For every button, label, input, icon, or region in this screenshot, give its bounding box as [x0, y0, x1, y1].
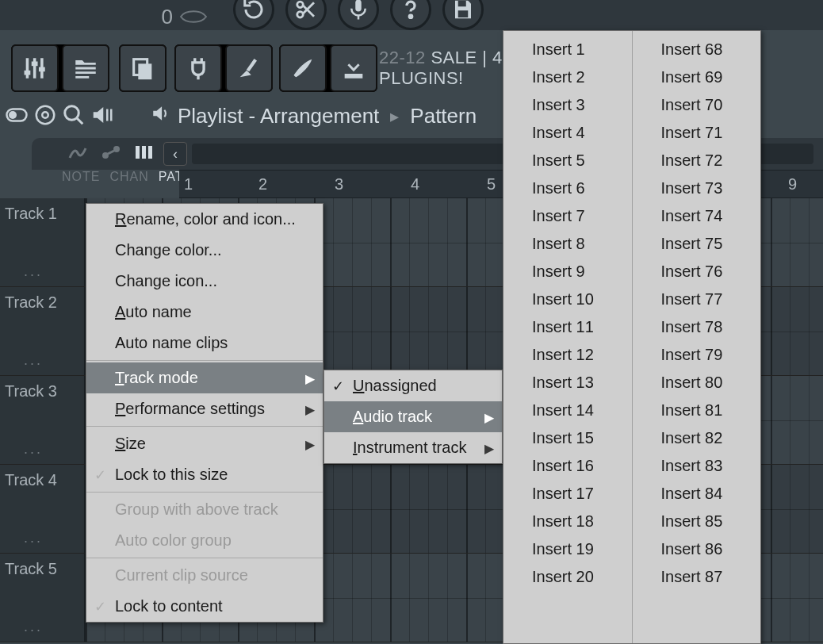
insert-item[interactable]: Insert 17: [503, 480, 632, 508]
browser-button[interactable]: [62, 44, 109, 92]
menu-current-clip: Current clip source: [86, 560, 323, 591]
menu-auto-name[interactable]: Auto name: [86, 297, 323, 328]
insert-item[interactable]: Insert 7: [503, 202, 632, 230]
insert-item[interactable]: Insert 84: [633, 480, 761, 508]
track-header-1[interactable]: Track 1...: [0, 198, 86, 286]
insert-item[interactable]: Insert 76: [633, 258, 761, 286]
zoom-icon[interactable]: [62, 103, 86, 130]
mic-button[interactable]: [338, 0, 379, 30]
menu-change-color[interactable]: Change color...: [86, 235, 323, 266]
submenu-instrument-track[interactable]: Instrument track▶: [324, 432, 502, 463]
mixer-button[interactable]: [11, 44, 59, 92]
submenu-audio-track[interactable]: Audio track▶: [324, 401, 502, 432]
menu-auto-name-clips[interactable]: Auto name clips: [86, 328, 323, 358]
insert-item[interactable]: Insert 71: [633, 119, 761, 147]
plugin-button[interactable]: [174, 44, 222, 92]
track-sub: ...: [24, 530, 43, 546]
svg-rect-30: [142, 146, 146, 159]
scissors-button[interactable]: [285, 0, 327, 30]
mode-chan-label[interactable]: CHAN: [109, 170, 148, 184]
svg-rect-7: [458, 1, 466, 7]
menu-group: Group with above track: [86, 494, 323, 525]
insert-item[interactable]: Insert 68: [633, 36, 761, 63]
mode-note-label[interactable]: NOTE: [62, 170, 100, 184]
insert-item[interactable]: Insert 13: [503, 369, 632, 397]
menu-rename[interactable]: Rename, color and icon...: [86, 204, 323, 235]
menu-auto-color-group: Auto color group: [86, 525, 323, 556]
insert-item[interactable]: Insert 77: [633, 286, 761, 313]
insert-item[interactable]: Insert 14: [503, 397, 632, 424]
insert-item[interactable]: Insert 69: [633, 63, 761, 91]
insert-item[interactable]: Insert 9: [503, 258, 632, 286]
speaker-icon[interactable]: [151, 103, 171, 129]
insert-item[interactable]: Insert 79: [633, 341, 761, 369]
promo-date: 22-12: [379, 48, 426, 67]
insert-item[interactable]: Insert 5: [503, 147, 632, 174]
insert-item[interactable]: Insert 70: [633, 91, 761, 119]
insert-item[interactable]: Insert 82: [633, 424, 761, 452]
menu-lock-size[interactable]: ✓Lock to this size: [86, 459, 323, 490]
copy-button[interactable]: [119, 44, 167, 92]
pat-mode-icon[interactable]: [133, 144, 155, 164]
insert-item[interactable]: Insert 10: [503, 286, 632, 313]
insert-item[interactable]: Insert 85: [633, 508, 761, 535]
chevron-right-icon: ▶: [305, 436, 315, 451]
insert-item[interactable]: Insert 83: [633, 452, 761, 480]
track-sub: ...: [24, 352, 43, 369]
insert-item[interactable]: Insert 86: [633, 535, 761, 563]
insert-item[interactable]: Insert 6: [503, 174, 632, 202]
chevron-right-icon: ▶: [484, 440, 494, 455]
track-header-2[interactable]: Track 2...: [0, 287, 86, 375]
lamp-button[interactable]: [225, 44, 273, 92]
insert-item[interactable]: Insert 12: [503, 341, 632, 369]
note-mode-icon[interactable]: [67, 144, 89, 164]
check-icon: ✓: [94, 598, 106, 615]
menu-track-mode[interactable]: Track mode▶: [86, 362, 323, 393]
insert-item[interactable]: Insert 2: [503, 63, 632, 91]
promo-banner[interactable]: 22-12 SALE | 40 PLUGINS!: [379, 44, 513, 92]
insert-item[interactable]: Insert 80: [633, 369, 761, 397]
insert-item[interactable]: Insert 87: [633, 563, 761, 591]
back-button[interactable]: ‹: [163, 142, 187, 166]
insert-item[interactable]: Insert 15: [503, 424, 632, 452]
insert-item[interactable]: Insert 78: [633, 313, 761, 341]
submenu-unassigned[interactable]: ✓Unassigned: [324, 370, 502, 401]
sound-icon[interactable]: [90, 103, 114, 130]
insert-item[interactable]: Insert 3: [503, 91, 632, 119]
insert-item[interactable]: Insert 4: [503, 119, 632, 147]
menu-lock-content[interactable]: ✓Lock to content: [86, 591, 323, 622]
save-button[interactable]: [442, 0, 484, 30]
menu-size[interactable]: Size▶: [86, 428, 323, 459]
insert-item[interactable]: Insert 18: [503, 508, 632, 535]
menu-change-icon[interactable]: Change icon...: [86, 266, 323, 297]
playlist-crumb[interactable]: Pattern: [410, 104, 477, 128]
track-header-5[interactable]: Track 5...: [0, 554, 86, 642]
track-header-4[interactable]: Track 4...: [0, 465, 86, 553]
svg-point-19: [9, 111, 17, 119]
insert-item[interactable]: Insert 73: [633, 174, 761, 202]
insert-item[interactable]: Insert 74: [633, 202, 761, 230]
help-button[interactable]: [390, 0, 431, 30]
insert-item[interactable]: Insert 8: [503, 230, 632, 258]
insert-item[interactable]: Insert 1: [503, 36, 632, 63]
insert-item[interactable]: Insert 19: [503, 535, 632, 563]
undo-button[interactable]: [233, 0, 274, 30]
insert-item[interactable]: Insert 20: [503, 563, 632, 591]
toggle-icon[interactable]: [5, 103, 29, 130]
insert-item[interactable]: Insert 81: [633, 397, 761, 424]
svg-rect-14: [39, 67, 45, 72]
promo-rest: SALE | 40: [426, 48, 513, 67]
svg-rect-4: [355, 0, 362, 12]
chan-mode-icon[interactable]: [100, 144, 122, 164]
insert-item[interactable]: Insert 75: [633, 230, 761, 258]
track-header-3[interactable]: Track 3...: [0, 376, 86, 464]
insert-item[interactable]: Insert 11: [503, 313, 632, 341]
svg-rect-25: [110, 109, 113, 121]
brush-button[interactable]: [279, 44, 327, 92]
download-button[interactable]: [330, 44, 377, 92]
playlist-title: Playlist - Arrangement: [178, 104, 379, 128]
target-icon[interactable]: [33, 103, 57, 130]
insert-item[interactable]: Insert 16: [503, 452, 632, 480]
menu-performance-settings[interactable]: Performance settings▶: [86, 393, 323, 424]
insert-item[interactable]: Insert 72: [633, 147, 761, 174]
